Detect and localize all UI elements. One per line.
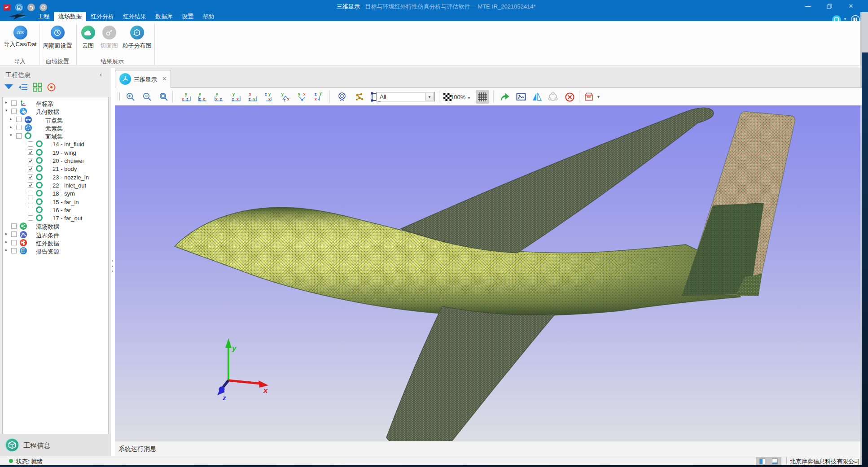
viewport-3d[interactable]: y x z (115, 105, 860, 441)
mirror-button[interactable] (531, 91, 543, 103)
view-orientation-button-6[interactable]: zyx (263, 91, 275, 103)
menu-tab-5[interactable]: 设置 (177, 12, 198, 21)
display-filter-combo[interactable]: All ▼ (376, 92, 435, 101)
tree-checkbox[interactable] (28, 158, 33, 163)
tree-checkbox[interactable] (11, 231, 17, 237)
tree-checkbox[interactable] (28, 207, 33, 212)
tree-checkbox[interactable] (28, 191, 33, 196)
tree-checkbox[interactable] (16, 117, 22, 122)
camera-view-button[interactable] (336, 91, 348, 103)
tree-expander[interactable]: ▸ (10, 125, 12, 129)
tree-item[interactable]: 22 - inlet_out (3, 181, 108, 189)
tab-3d-view[interactable]: 三维显示 ✕ (115, 70, 171, 88)
filter-icon[interactable] (4, 82, 14, 92)
molecule-button[interactable] (354, 91, 365, 103)
zoom-level-dropdown[interactable]: 100% ▼ (451, 94, 471, 100)
zoom-out-button[interactable] (141, 91, 153, 103)
menu-tab-1[interactable]: 流场数据 (54, 12, 86, 21)
view-orientation-button-4[interactable]: yzx (230, 91, 242, 103)
export-arrow-button[interactable] (499, 91, 511, 103)
target-icon[interactable] (46, 82, 57, 92)
panel-collapse-chevron[interactable]: ‹ (100, 70, 102, 78)
tree-item[interactable]: 21 - body (3, 165, 108, 173)
close-button[interactable]: ✕ (843, 0, 859, 12)
tree-expander[interactable]: ▾ (5, 108, 8, 113)
layout-left-icon[interactable] (759, 458, 765, 464)
save-box-caret[interactable]: ▼ (596, 95, 601, 99)
list-settings-icon[interactable] (18, 82, 28, 92)
tree-item[interactable]: ▾几何数据 (3, 107, 108, 115)
tree-expander[interactable]: ▸ (10, 117, 12, 121)
tree-checkbox[interactable] (28, 166, 33, 171)
menu-tab-3[interactable]: 红外结果 (118, 12, 151, 21)
nodes-icon (25, 116, 32, 123)
menu-tab-2[interactable]: 红外分析 (86, 12, 118, 21)
ribbon-button-particle[interactable]: 粒子分布图 (117, 26, 157, 50)
view-orientation-button-5[interactable]: xzy (247, 91, 259, 103)
tree-checkbox[interactable] (11, 240, 17, 245)
tree-checkbox[interactable] (28, 174, 33, 179)
tree-item[interactable]: ▸边界条件 (3, 231, 108, 239)
rotate-nodes-button[interactable] (547, 91, 559, 103)
restore-button[interactable] (822, 0, 837, 12)
tree-item[interactable]: 15 - far_in (3, 198, 108, 206)
tree-checkbox[interactable] (28, 141, 33, 147)
zoom-in-button[interactable] (125, 91, 136, 103)
tree-checkbox[interactable] (16, 133, 22, 139)
combo-dropdown-button[interactable]: ▼ (425, 93, 434, 100)
tree-item[interactable]: 14 - int_fluid (3, 140, 108, 148)
view-orientation-button-3[interactable]: yxz (214, 91, 225, 103)
tree-item[interactable]: ▾面域集 (3, 132, 108, 140)
tree-expander[interactable]: ▸ (5, 100, 8, 105)
menu-tab-4[interactable]: 数据库 (151, 12, 177, 21)
tree-expander[interactable]: ▸ (5, 248, 8, 252)
menu-tab-0[interactable]: 工程 (33, 12, 54, 21)
tree-item[interactable]: ▸报告资源 (3, 247, 108, 255)
message-bar[interactable]: 系统运行消息 (115, 441, 862, 456)
cancel-button[interactable] (564, 91, 575, 103)
redo-button[interactable] (39, 4, 47, 11)
tree-checkbox[interactable] (16, 125, 22, 130)
zoom-fit-button[interactable] (158, 91, 170, 103)
tree-expander[interactable]: ▸ (5, 231, 8, 236)
tree-item[interactable]: 16 - far (3, 206, 108, 214)
toolbar-drag-handle[interactable] (118, 92, 120, 100)
tree-item[interactable]: 20 - chuiwei (3, 157, 108, 165)
panel-bottom-tab[interactable]: 工程信息 (0, 434, 111, 456)
tree-item[interactable]: 17 - far_out (3, 214, 108, 222)
layout-bottom-icon[interactable] (772, 458, 778, 464)
tree-item[interactable]: ▸节点集 (3, 116, 108, 124)
tree-checkbox[interactable] (11, 109, 17, 114)
tree-expander[interactable]: ▾ (10, 133, 12, 137)
tree-checkbox[interactable] (28, 199, 33, 204)
tree-checkbox[interactable] (11, 100, 17, 106)
grid-toggle-button[interactable] (476, 90, 489, 104)
snapshot-button[interactable] (515, 91, 527, 103)
tree-expander[interactable]: ▸ (5, 240, 8, 244)
tree-item[interactable]: ▸坐标系 (3, 99, 108, 107)
tree-item[interactable]: ▸红外数据 (3, 239, 108, 247)
view-orientation-button-9[interactable]: zyx (313, 91, 325, 103)
view-orientation-button-8[interactable]: yxz (297, 91, 308, 103)
tree-item[interactable]: 19 - wing (3, 148, 108, 157)
view-orientation-button-1[interactable]: yxz (180, 91, 192, 103)
tree-item[interactable]: ▸元素集 (3, 124, 108, 132)
tree-item[interactable]: 流场数据 (3, 222, 108, 230)
view-orientation-button-7[interactable]: yxz (280, 91, 292, 103)
ribbon-button-clock[interactable]: 周期面设置 (38, 26, 77, 50)
tree-checkbox[interactable] (28, 149, 33, 155)
tree-item[interactable]: 18 - sym (3, 189, 108, 197)
tree-checkbox[interactable] (11, 248, 17, 253)
ribbon-button-cas[interactable]: cas导入Cas/Dat (1, 26, 39, 48)
panel-resize-handle[interactable] (112, 260, 114, 272)
save-box-button[interactable] (583, 91, 595, 103)
tab-close-icon[interactable]: ✕ (162, 75, 167, 82)
tree-checkbox[interactable] (28, 215, 33, 221)
tree-checkbox[interactable] (28, 182, 33, 188)
grid-view-icon[interactable] (32, 82, 43, 92)
view-orientation-button-2[interactable]: yzx (197, 91, 209, 103)
tree-item[interactable]: 23 - nozzle_in (3, 173, 108, 181)
menu-tab-6[interactable]: 帮助 (198, 12, 219, 21)
minimize-button[interactable]: — (800, 0, 815, 12)
tree-checkbox[interactable] (11, 223, 17, 229)
